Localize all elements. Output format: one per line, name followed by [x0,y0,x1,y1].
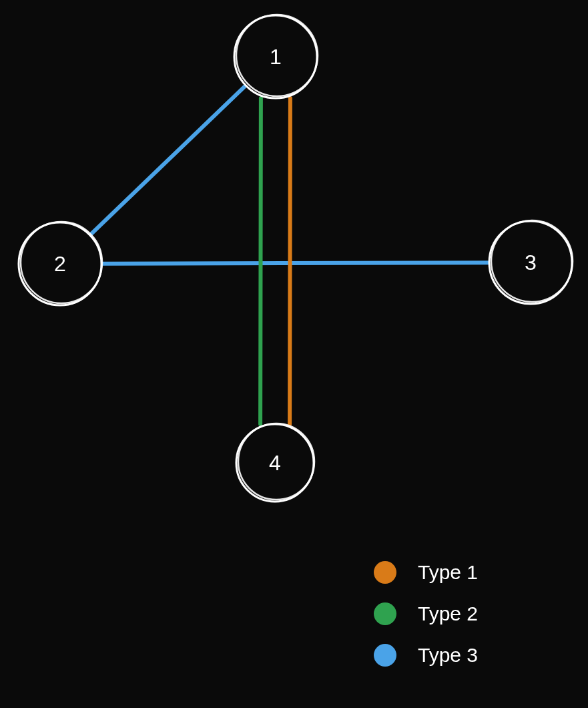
legend-label-type1: Type 1 [418,561,478,584]
legend-dot-type1 [374,561,396,584]
edge-n1-n4-type2 [260,98,261,424]
node-n4 [236,423,314,502]
legend-item-type3: Type 3 [374,644,478,667]
node-n3 [489,220,573,304]
edge-n1-n4-type1 [290,98,290,424]
graph-svg [0,0,588,708]
node-n2 [19,222,102,305]
diagram-canvas: 1 2 3 4 Type 1 Type 2 Type 3 [0,0,588,708]
node-n1 [234,15,318,98]
edge-n2-n3-type3 [101,262,489,264]
legend-dot-type2 [374,602,396,625]
legend: Type 1 Type 2 Type 3 [374,561,478,685]
edge-n1-n2-type3 [90,85,246,235]
legend-label-type3: Type 3 [418,644,478,667]
nodes-layer [19,15,573,502]
legend-item-type1: Type 1 [374,561,478,584]
edges-layer [90,85,489,424]
legend-dot-type3 [374,644,396,667]
legend-item-type2: Type 2 [374,602,478,625]
legend-label-type2: Type 2 [418,602,478,625]
